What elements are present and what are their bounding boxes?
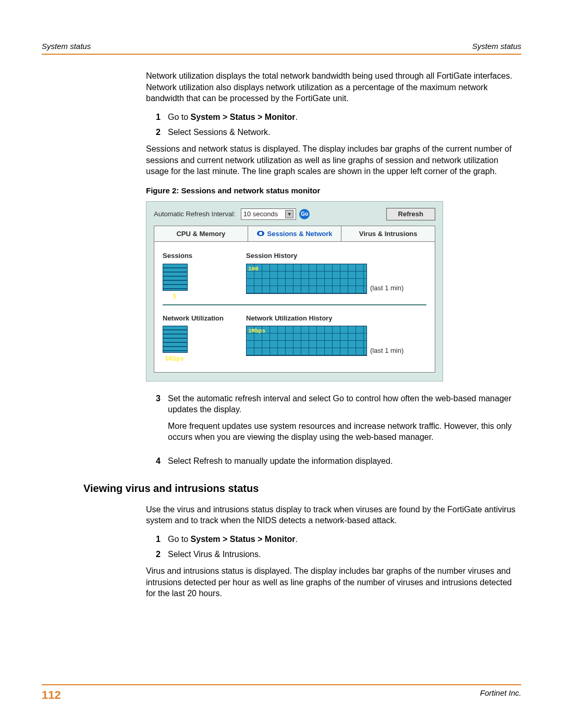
netutil-history-title: Network Utilization History	[246, 314, 426, 323]
session-history-scale: 100	[248, 265, 259, 273]
chevron-down-icon: ▼	[285, 210, 293, 218]
step-number: 2	[146, 127, 161, 138]
refresh-button[interactable]: Refresh	[386, 208, 435, 220]
virus-paragraph: Virus and intrusions status is displayed…	[146, 565, 521, 599]
step-text: Select Sessions & Network.	[168, 127, 521, 138]
netutil-row: Network Utilization 0Kbps Network Utiliz…	[163, 314, 426, 364]
session-history-col: Session History 100 (last 1 min)	[246, 251, 426, 294]
step-text: Set the automatic refresh interval and s…	[168, 393, 521, 451]
step-number: 4	[146, 455, 161, 467]
intro-paragraph: Network utilization displays the total n…	[146, 70, 521, 104]
running-header: System status System status	[42, 42, 521, 55]
tab-virus-intrusions[interactable]: Virus & Intrusions	[341, 226, 435, 242]
step-number: 3	[146, 393, 161, 451]
company-name: Fortinet Inc.	[480, 688, 521, 702]
interval-select[interactable]: 10 seconds ▼	[241, 208, 297, 220]
header-left: System status	[42, 42, 91, 51]
step-row: 1 Go to System > Status > Monitor.	[146, 534, 521, 545]
netutil-gauge	[163, 326, 188, 353]
step-number: 2	[146, 549, 161, 560]
session-history-chart: 100	[246, 264, 367, 294]
netutil-history-col: Network Utilization History 1Mbps (last …	[246, 314, 426, 356]
page-footer: 112 Fortinet Inc.	[42, 684, 521, 702]
tab-sessions-network[interactable]: Sessions & Network	[248, 226, 342, 242]
netutil-title: Network Utilization	[163, 314, 246, 323]
netutil-value: 0Kbps	[163, 355, 187, 363]
sessions-row: Sessions 5 Session History 100 (last 1 m…	[163, 251, 426, 301]
sessions-title: Sessions	[163, 251, 246, 261]
step-number: 1	[146, 534, 161, 545]
page-number: 112	[42, 688, 61, 702]
step-row: 2 Select Virus & Intrusions.	[146, 549, 521, 560]
session-history-title: Session History	[246, 251, 426, 261]
step-number: 1	[146, 112, 161, 123]
virus-intro: Use the virus and intrusions status disp…	[146, 504, 521, 526]
step-text: Go to System > Status > Monitor.	[168, 534, 521, 545]
sessions-gauge-col: Sessions 5	[163, 251, 246, 301]
netutil-history-chart: 1Mbps	[246, 326, 367, 356]
step-row: 1 Go to System > Status > Monitor.	[146, 112, 521, 123]
netutil-gauge-col: Network Utilization 0Kbps	[163, 314, 246, 364]
divider	[163, 304, 426, 305]
tab-label: Sessions & Network	[267, 229, 333, 239]
sessions-value: 5	[163, 293, 187, 301]
step-row: 2 Select Sessions & Network.	[146, 127, 521, 138]
netutil-history-last: (last 1 min)	[370, 346, 403, 355]
document-page: System status System status Network util…	[0, 0, 563, 728]
go-button[interactable]: Go	[299, 209, 310, 219]
body-block-2: Use the virus and intrusions status disp…	[146, 504, 521, 599]
step-row: 4 Select Refresh to manually update the …	[146, 455, 521, 467]
header-right: System status	[472, 42, 521, 51]
tab-cpu-memory[interactable]: CPU & Memory	[154, 226, 248, 242]
step-text: Select Refresh to manually update the in…	[168, 455, 521, 467]
session-history-last: (last 1 min)	[370, 283, 403, 293]
step-text: Go to System > Status > Monitor.	[168, 112, 521, 123]
step-followup: More frequent updates use system resourc…	[168, 421, 521, 443]
refresh-interval-label: Automatic Refresh Interval:	[154, 209, 236, 219]
sessions-paragraph: Sessions and network status is displayed…	[146, 143, 521, 177]
monitor-screenshot: Automatic Refresh Interval: 10 seconds ▼…	[146, 201, 443, 381]
refresh-controls: Automatic Refresh Interval: 10 seconds ▼…	[154, 208, 435, 220]
step-row: 3 Set the automatic refresh interval and…	[146, 393, 521, 451]
section-heading: Viewing virus and intrusions status	[83, 483, 521, 495]
netutil-history-scale: 1Mbps	[248, 327, 265, 335]
interval-value: 10 seconds	[243, 209, 278, 219]
monitor-panel: Sessions 5 Session History 100 (last 1 m…	[154, 242, 435, 372]
step-text: Select Virus & Intrusions.	[168, 549, 521, 560]
sessions-gauge	[163, 264, 188, 291]
tab-strip: CPU & Memory Sessions & Network Virus & …	[154, 226, 435, 242]
figure-caption: Figure 2: Sessions and network status mo…	[146, 186, 521, 196]
body-block: Network utilization displays the total n…	[146, 70, 521, 467]
eye-icon	[257, 231, 264, 236]
